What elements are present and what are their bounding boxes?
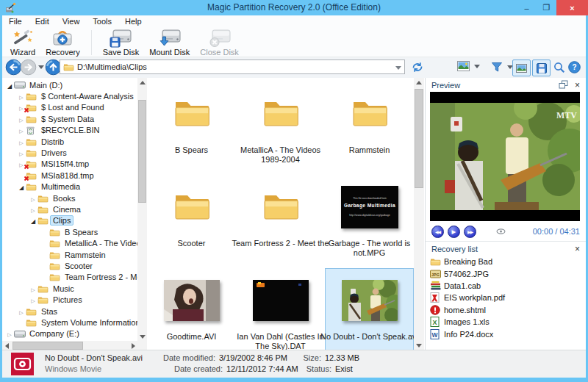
files-vertical-scrollbar[interactable]	[414, 78, 424, 350]
menu-tools[interactable]: Tools	[86, 15, 118, 28]
file-item[interactable]: This file was downloaded fromGarbage Mul…	[325, 175, 414, 268]
tree-item[interactable]: Rammstein	[2, 249, 137, 260]
menu-help[interactable]: Help	[118, 15, 148, 28]
expand-arrow-icon[interactable]: ▷	[17, 307, 26, 316]
tree-item[interactable]: MetallicA - The Videos 1989-2004	[2, 237, 137, 248]
menu-edit[interactable]: Edit	[29, 15, 56, 28]
recovery-list-item[interactable]: JPG574062.JPG	[426, 267, 586, 279]
expand-arrow-icon[interactable]: ▷	[29, 194, 37, 203]
collapse-arrow-icon[interactable]: ◢	[29, 216, 37, 225]
pdf-file-icon	[430, 292, 444, 303]
tree-item[interactable]: ◢Main (D:)	[2, 79, 137, 90]
save-panel-toggle-icon[interactable]	[532, 60, 551, 76]
file-item[interactable]: Ian Van Dahl (Castles In The Sky).DAT	[236, 268, 325, 350]
rewind-icon[interactable]: ◀◀	[431, 226, 444, 238]
scrollbar-thumb[interactable]	[138, 100, 146, 203]
recovery-button[interactable]: Recovery	[40, 29, 85, 57]
tree-item[interactable]: B Spears	[2, 226, 137, 237]
save-disk-button[interactable]: Save Disk	[98, 29, 145, 57]
expand-arrow-icon[interactable]: ▷	[5, 329, 14, 338]
expand-arrow-icon[interactable]: ▷	[17, 115, 26, 123]
recovery-list-close-icon[interactable]: ×	[575, 245, 580, 253]
refresh-icon[interactable]	[411, 61, 424, 76]
tree-item[interactable]: ▷Pictures	[2, 294, 137, 305]
recovery-list-item[interactable]: Data1.cab	[426, 280, 586, 292]
tree-item[interactable]: ▷$ System Data	[2, 113, 137, 124]
expand-arrow-icon[interactable]: ▷	[29, 284, 37, 293]
wizard-button[interactable]: Wizard	[5, 29, 40, 57]
view-mode-icon[interactable]	[457, 61, 480, 71]
jpg-file-icon: JPG	[430, 270, 444, 278]
expand-arrow-icon[interactable]: ▷	[17, 148, 26, 157]
collapse-arrow-icon[interactable]: ◢	[5, 81, 14, 90]
close-disk-button[interactable]: Close Disk	[195, 29, 244, 57]
tree-item[interactable]: ▷Cinema	[2, 203, 137, 215]
tree-item[interactable]: ◢Multimedia	[2, 181, 137, 192]
file-item[interactable]: Scooter	[147, 175, 236, 268]
address-input[interactable]: D:\Multimedia\Clips	[60, 60, 405, 74]
recovery-list-item[interactable]: home.shtml	[426, 304, 586, 316]
tree-item[interactable]: ▷Music	[2, 283, 137, 294]
tree-item[interactable]: ▷Distrib	[2, 136, 137, 147]
tree-item[interactable]: ▷$ Content-Aware Analysis	[2, 90, 137, 101]
fast-forward-icon[interactable]: ▶▶	[464, 226, 476, 238]
audio-icon[interactable]	[496, 225, 506, 238]
close-button[interactable]: ×	[556, 0, 588, 15]
search-icon[interactable]	[553, 62, 565, 73]
tree-item[interactable]: System Volume Information	[2, 317, 137, 328]
scroll-up-icon[interactable]	[414, 78, 424, 87]
recovery-list-item[interactable]: WInfo P24.docx	[426, 328, 586, 339]
expand-arrow-icon[interactable]: ▷	[29, 295, 37, 304]
scrollbar-thumb[interactable]	[12, 342, 83, 350]
tree-item[interactable]: Scooter	[2, 260, 137, 271]
preview-close-icon[interactable]: ×	[575, 81, 580, 90]
tree-item-label: System Volume Information	[38, 317, 137, 328]
play-icon[interactable]: ▶	[448, 226, 460, 238]
file-item[interactable]: B Spears	[147, 82, 236, 175]
scrollbar-thumb[interactable]	[415, 89, 423, 188]
collapse-arrow-icon[interactable]: ◢	[17, 182, 26, 191]
help-icon[interactable]: ?	[568, 61, 581, 73]
recovery-list-item[interactable]: EIS workplan.pdf	[426, 292, 586, 303]
expand-arrow-icon[interactable]: ▷	[29, 205, 37, 214]
file-item[interactable]: Goodtime.AVI	[147, 268, 236, 350]
tree-item-label: $ Lost and Found	[38, 102, 107, 112]
filter-icon[interactable]	[491, 62, 513, 73]
menu-view[interactable]: View	[56, 15, 87, 28]
video-thumbnail	[253, 269, 309, 332]
preview-toggle-icon[interactable]	[512, 60, 531, 76]
scroll-up-icon[interactable]	[137, 78, 147, 87]
expand-arrow-icon[interactable]: ▷	[17, 92, 26, 101]
minimize-button[interactable]: –	[517, 0, 537, 15]
tree-item[interactable]: ▷Drivers	[2, 147, 137, 158]
file-item[interactable]: Team Fortress 2 - Meet the	[236, 175, 325, 268]
mount-disk-icon	[158, 29, 182, 48]
tree-item[interactable]: ▷Company (E:)	[2, 328, 137, 339]
expand-arrow-icon[interactable]: ▷	[17, 137, 26, 146]
file-item[interactable]: Rammstein	[325, 82, 414, 175]
tree-item[interactable]: ▷Books	[2, 192, 137, 203]
menu-file[interactable]: File	[2, 15, 29, 28]
forward-icon[interactable]	[20, 59, 37, 76]
tree-item[interactable]: ▷$ Lost and Found	[2, 102, 137, 113]
tree-item[interactable]: ▷MSI15ff4.tmp	[2, 159, 137, 170]
tree-item[interactable]: ▷Stas	[2, 306, 137, 317]
recovery-list-item[interactable]: Breaking Bad	[426, 256, 586, 267]
address-dropdown-icon[interactable]	[395, 62, 401, 71]
undock-icon[interactable]	[559, 80, 568, 90]
maximize-button[interactable]: ❐	[537, 0, 556, 15]
tree-item-label: Cinema	[50, 204, 84, 215]
recovery-list-item[interactable]: XImages 1.xls	[426, 316, 586, 328]
history-dropdown-icon[interactable]	[38, 65, 44, 69]
file-item[interactable]: MetallicA - The Videos 1989-2004	[236, 82, 325, 175]
file-item[interactable]: No Doubt - Don't Speak.avi	[325, 268, 414, 350]
selected-file-name: No Doubt - Don't Speak.avi	[45, 353, 143, 362]
tree-item[interactable]: Team Fortress 2 - Meet the	[2, 272, 137, 283]
tree-vertical-scrollbar[interactable]	[137, 78, 147, 341]
mount-disk-button[interactable]: Mount Disk	[144, 29, 195, 57]
tree-item[interactable]: MSIa818d.tmp	[2, 170, 137, 181]
scroll-down-icon[interactable]	[137, 332, 147, 341]
tree-item[interactable]: ◢Clips	[2, 215, 137, 226]
tree-item[interactable]: ▷$RECYCLE.BIN	[2, 125, 137, 136]
expand-arrow-icon[interactable]: ▷	[17, 126, 26, 134]
